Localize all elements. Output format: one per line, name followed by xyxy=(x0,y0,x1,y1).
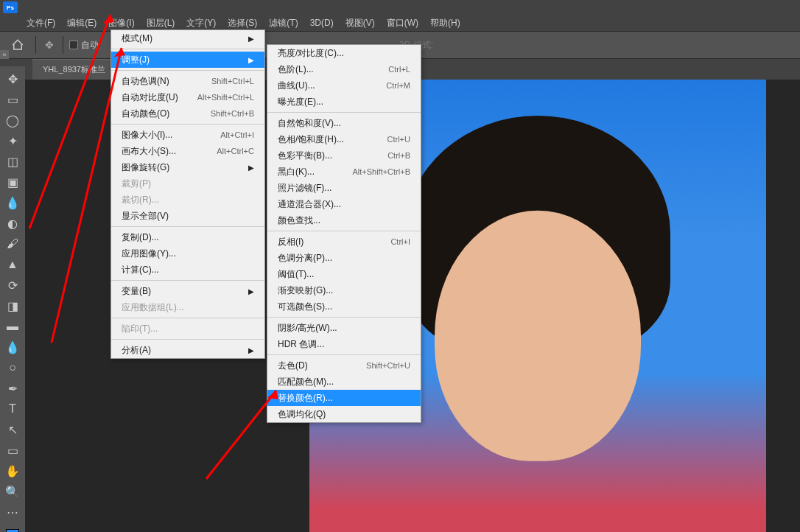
menu-shortcut: Alt+Ctrl+C xyxy=(217,147,254,155)
marquee-tool[interactable]: ▭ xyxy=(2,90,23,109)
eyedropper-tool[interactable]: 💧 xyxy=(2,193,23,212)
submenu-arrow-icon: ▶ xyxy=(234,35,254,43)
pen-tool[interactable]: ✒ xyxy=(2,379,23,398)
image-menu-item[interactable]: 自动对比度(U)Alt+Shift+Ctrl+L xyxy=(111,89,264,105)
adjustments-item[interactable]: 亮度/对比度(C)... xyxy=(267,45,421,61)
menu-item-label: 应用图像(Y)... xyxy=(122,248,176,260)
menu-edit[interactable]: 编辑(E) xyxy=(61,15,102,32)
menu-separator xyxy=(111,318,264,318)
menu-filter[interactable]: 滤镜(T) xyxy=(263,15,303,32)
home-button[interactable] xyxy=(6,35,29,55)
type-tool[interactable]: T xyxy=(2,399,23,419)
image-menu-item[interactable]: 模式(M)▶ xyxy=(111,30,264,46)
menu-view[interactable]: 视图(V) xyxy=(340,15,381,32)
adjustments-item[interactable]: 自然饱和度(V)... xyxy=(267,115,421,131)
adjustments-item[interactable]: 色调均化(Q) xyxy=(267,406,421,422)
adjustments-item[interactable]: 匹配颜色(M)... xyxy=(267,374,421,390)
foreground-color[interactable] xyxy=(6,529,19,532)
image-menu-item[interactable]: 应用图像(Y)... xyxy=(111,245,264,262)
menu-help[interactable]: 帮助(H) xyxy=(424,15,466,32)
image-menu-item[interactable]: 自动颜色(O)Shift+Ctrl+B xyxy=(111,105,264,122)
auto-select-checkbox[interactable]: 自动 xyxy=(69,39,99,52)
image-menu-item[interactable]: 画布大小(S)...Alt+Ctrl+C xyxy=(111,143,264,159)
menu-file[interactable]: 文件(F) xyxy=(21,15,61,32)
gradient-tool[interactable]: ▬ xyxy=(2,317,23,336)
adjustments-item[interactable]: 反相(I)Ctrl+I xyxy=(267,234,421,250)
wand-tool[interactable]: ✦ xyxy=(2,131,23,150)
adjustments-item[interactable]: 色彩平衡(B)...Ctrl+B xyxy=(267,147,421,164)
hand-tool[interactable]: ✋ xyxy=(2,461,23,480)
dodge-tool[interactable]: ○ xyxy=(2,358,23,377)
menu-separator xyxy=(111,339,264,340)
adjustments-item[interactable]: 色调分离(P)... xyxy=(267,250,421,266)
move-tool[interactable]: ✥ xyxy=(2,69,23,88)
image-menu-item[interactable]: 自动色调(N)Shift+Ctrl+L xyxy=(111,73,264,89)
image-menu-item[interactable]: 调整(J)▶ xyxy=(111,52,264,68)
healing-tool[interactable]: ◐ xyxy=(2,214,23,233)
blur-tool[interactable]: 💧 xyxy=(2,337,23,357)
adjustments-item[interactable]: 照片滤镜(F)... xyxy=(267,180,421,196)
adjustments-item[interactable]: 色阶(L)...Ctrl+L xyxy=(267,61,421,77)
lasso-tool[interactable]: ◯ xyxy=(2,111,23,130)
menu-item-label: 画布大小(S)... xyxy=(122,145,176,158)
rectangle-tool[interactable]: ▭ xyxy=(2,441,23,460)
adjustments-item[interactable]: 可选颜色(S)... xyxy=(267,298,421,315)
menu-window[interactable]: 窗口(W) xyxy=(381,15,424,32)
submenu-arrow-icon: ▶ xyxy=(234,56,254,64)
menu-item-label: 裁剪(P) xyxy=(122,178,151,190)
history-tool[interactable]: ⟳ xyxy=(2,276,23,295)
menu-shortcut: Shift+Ctrl+U xyxy=(366,361,410,370)
adjustments-item[interactable]: 色相/饱和度(H)...Ctrl+U xyxy=(267,131,421,147)
menu-item-label: 变量(B) xyxy=(122,285,151,298)
tools-panel: ✥ ▭ ◯ ✦ ◫ ▣ 💧 ◐ 🖌 ▲ ⟳ ◨ ▬ 💧 ○ ✒ T ↖ ▭ ✋ … xyxy=(0,66,25,532)
menu-shortcut: Ctrl+U xyxy=(387,135,410,144)
menu-item-label: 复制(D)... xyxy=(122,231,159,244)
image-menu-item[interactable]: 分析(A)▶ xyxy=(111,342,264,358)
stamp-tool[interactable]: ▲ xyxy=(2,255,23,274)
checkbox-icon xyxy=(69,41,78,49)
adjustments-item[interactable]: 去色(D)Shift+Ctrl+U xyxy=(267,357,421,374)
menu-shortcut: Alt+Shift+Ctrl+L xyxy=(197,93,254,102)
adjustments-item[interactable]: 颜色查找... xyxy=(267,212,421,228)
zoom-tool[interactable]: 🔍 xyxy=(2,482,23,501)
adjustments-item[interactable]: HDR 色调... xyxy=(267,336,421,352)
adjustments-item[interactable]: 渐变映射(G)... xyxy=(267,282,421,298)
image-menu-item[interactable]: 复制(D)... xyxy=(111,229,264,245)
adjustments-submenu: 亮度/对比度(C)...色阶(L)...Ctrl+L曲线(U)...Ctrl+M… xyxy=(267,44,421,423)
adjustments-item[interactable]: 通道混合器(X)... xyxy=(267,196,421,212)
image-menu-item[interactable]: 显示全部(V) xyxy=(111,208,264,224)
menu-item-label: 色调均化(Q) xyxy=(278,408,326,421)
image-menu-item: 裁剪(P) xyxy=(111,175,264,192)
menu-item-label: 匹配颜色(M)... xyxy=(278,376,334,388)
image-menu-item[interactable]: 计算(C)... xyxy=(111,262,264,278)
adjustments-item[interactable]: 阈值(T)... xyxy=(267,266,421,282)
color-swatches[interactable] xyxy=(6,529,19,532)
menu-item-label: 应用数据组(L)... xyxy=(122,301,184,314)
menu-item-label: 通道混合器(X)... xyxy=(278,198,341,211)
edit-toolbar[interactable]: ⋯ xyxy=(2,503,23,522)
menu-item-label: 裁切(R)... xyxy=(122,194,159,206)
menu-item-label: 分析(A) xyxy=(122,344,151,357)
adjustments-item[interactable]: 曲线(U)...Ctrl+M xyxy=(267,77,421,94)
adjustments-item[interactable]: 曝光度(E)... xyxy=(267,94,421,110)
file-tab-active[interactable]: YHL_8937标准兰 xyxy=(32,59,116,80)
brush-tool[interactable]: 🖌 xyxy=(2,234,23,253)
menu-shortcut: Ctrl+B xyxy=(387,151,410,160)
menu-item-label: 模式(M) xyxy=(122,32,152,45)
adjustments-item[interactable]: 阴影/高光(W)... xyxy=(267,320,421,336)
menu-3d[interactable]: 3D(D) xyxy=(304,15,340,30)
adjustments-item[interactable]: 替换颜色(R)... xyxy=(267,390,421,406)
image-menu-item[interactable]: 变量(B)▶ xyxy=(111,283,264,299)
menu-item-label: 调整(J) xyxy=(122,54,150,66)
image-menu-item[interactable]: 图像旋转(G)▶ xyxy=(111,159,264,175)
menu-shortcut: Ctrl+M xyxy=(386,81,410,90)
path-tool[interactable]: ↖ xyxy=(2,420,23,439)
frame-tool[interactable]: ▣ xyxy=(2,172,23,192)
eraser-tool[interactable]: ◨ xyxy=(2,296,23,315)
menu-separator xyxy=(111,70,264,71)
menu-item-label: 色调分离(P)... xyxy=(278,252,332,265)
adjustments-item[interactable]: 黑白(K)...Alt+Shift+Ctrl+B xyxy=(267,164,421,180)
crop-tool[interactable]: ◫ xyxy=(2,152,23,171)
image-menu-item[interactable]: 图像大小(I)...Alt+Ctrl+I xyxy=(111,127,264,143)
panel-toggle[interactable]: » xyxy=(0,50,9,59)
